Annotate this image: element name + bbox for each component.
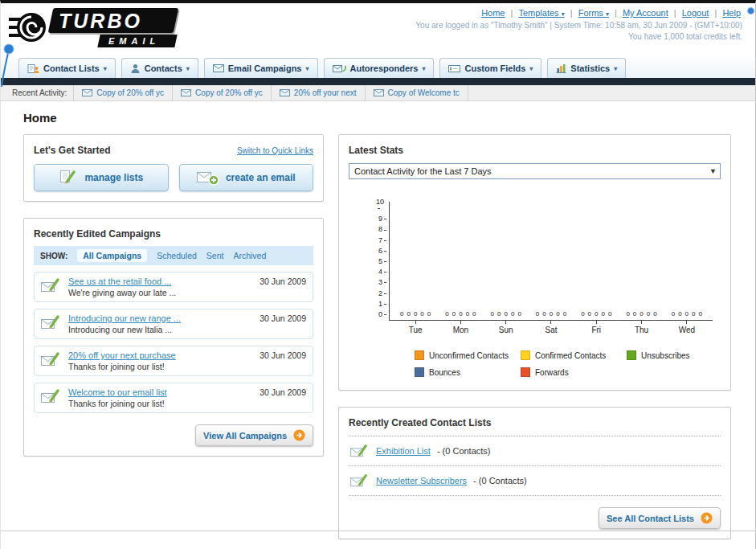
link-home[interactable]: Home <box>481 8 505 18</box>
arrow-right-circle-icon <box>701 512 713 524</box>
campaign-title-link[interactable]: See us at the retail food ... <box>68 277 176 286</box>
nav-tab-label: Statistics <box>570 64 610 73</box>
campaign-title-link[interactable]: Introducing our new range ... <box>68 313 181 323</box>
annotation-callout <box>1 42 18 90</box>
tab-scheduled[interactable]: Scheduled <box>157 251 197 260</box>
chevron-down-icon: ▾ <box>422 65 425 72</box>
tab-all-campaigns[interactable]: All Campaigns <box>77 249 147 262</box>
chart-y-tick-label: 6 <box>378 248 386 254</box>
link-help[interactable]: Help <box>722 8 741 18</box>
nav-tab-label: Custom Fields <box>464 64 525 73</box>
nav-tab-label: Autoresponders <box>350 64 419 73</box>
nav-tab-statistics[interactable]: Statistics ▾ <box>547 58 626 78</box>
chart-value-label: 0 <box>653 310 656 318</box>
campaign-row: Introducing our new range ... Introducin… <box>34 309 313 339</box>
chart-value-label: 0 <box>556 310 559 318</box>
page-title: Home <box>23 111 731 125</box>
chart-bar-group: 00000 <box>529 310 574 320</box>
chevron-down-icon: ▾ <box>305 65 309 72</box>
envelope-plus-icon <box>197 170 219 186</box>
link-my-account[interactable]: My Account <box>623 8 668 18</box>
see-all-contact-lists-button[interactable]: See All Contact Lists <box>599 507 721 529</box>
recent-activity-item[interactable]: 20% off your next <box>272 85 366 100</box>
view-all-campaigns-button[interactable]: View All Campaigns <box>195 424 313 446</box>
legend-label: Confirmed Contacts <box>535 351 606 360</box>
link-forms[interactable]: Forms ▾ <box>578 8 609 18</box>
chart-value-label: 0 <box>420 310 423 318</box>
envelope-pencil-icon <box>350 473 370 489</box>
page-bottom-rule <box>1 531 755 531</box>
campaign-row: Welcome to our email list Thanks for joi… <box>34 383 313 413</box>
campaign-row: See us at the retail food ... We're givi… <box>34 272 313 302</box>
nav-tab-custom-fields[interactable]: Custom Fields ▾ <box>439 58 541 78</box>
legend-label: Forwards <box>535 368 569 377</box>
select-arrow-icon: ▼ <box>709 167 717 175</box>
header-links: Home | Templates ▾ | Forms ▾ | My Accoun… <box>415 8 742 18</box>
contact-lists-icon <box>27 64 39 74</box>
create-email-button[interactable]: create an email <box>179 164 314 191</box>
link-forms-label: Forms <box>578 8 603 18</box>
tab-archived[interactable]: Archived <box>233 251 266 260</box>
latest-stats-title: Latest Stats <box>349 145 721 156</box>
nav-tab-label: Contact Lists <box>43 64 100 73</box>
legend-item: Bounces <box>415 367 521 377</box>
chart-value-label: 0 <box>608 310 611 318</box>
chevron-down-icon: ▾ <box>562 10 565 18</box>
contact-list-link[interactable]: Newsletter Subscribers <box>376 476 467 485</box>
chart-value-label: 0 <box>692 310 695 318</box>
chart-value-label: 0 <box>542 310 546 318</box>
campaign-title-link[interactable]: Welcome to our email list <box>68 387 167 397</box>
chart-y-tick-label: 9 <box>378 215 386 222</box>
nav-tab-email-campaigns[interactable]: Email Campaigns ▾ <box>204 58 318 78</box>
manage-lists-button[interactable]: manage lists <box>34 164 169 191</box>
logo-text-turbo: TURBO <box>59 10 142 33</box>
manage-lists-label: manage lists <box>84 172 143 183</box>
chevron-down-icon: ▾ <box>606 10 609 18</box>
contact-list-row: Newsletter Subscribers - (0 Contacts) <box>349 466 721 496</box>
tab-sent[interactable]: Sent <box>206 251 224 260</box>
link-separator: | <box>615 8 617 18</box>
campaign-row: 20% off your next purchase Thanks for jo… <box>34 346 313 376</box>
nav-tab-autoresponders[interactable]: Autoresponders ▾ <box>324 58 435 78</box>
chart-value-label: 0 <box>536 310 539 318</box>
campaigns-filter-bar: SHOW: All Campaigns Scheduled Sent Archi… <box>34 246 313 265</box>
legend-item: Unconfirmed Contacts <box>415 350 521 360</box>
legend-swatch-icon <box>521 367 530 377</box>
chart-value-label: 0 <box>626 310 629 318</box>
chart-value-label: 0 <box>459 310 462 318</box>
latest-stats-panel: Latest Stats Contact Activity for the La… <box>338 134 731 391</box>
recent-activity-item[interactable]: Copy of Welcome tc <box>366 85 468 100</box>
link-logout[interactable]: Logout <box>682 8 709 18</box>
chart-value-label: 0 <box>563 310 566 318</box>
stats-period-select[interactable]: Contact Activity for the Last 7 Days ▼ <box>349 163 721 179</box>
chart-x-tick-label: Sun <box>484 321 529 334</box>
recent-activity-item-label: Copy of 20% off yc <box>195 88 263 97</box>
chart-value-label: 0 <box>414 310 417 318</box>
link-templates[interactable]: Templates ▾ <box>518 8 564 18</box>
chart-y-tick-label: 8 <box>378 226 386 232</box>
header-right: Home | Templates ▾ | Forms ▾ | My Accoun… <box>415 8 742 41</box>
nav-tab-contacts[interactable]: Contacts ▾ <box>121 58 198 78</box>
switch-quick-links-link[interactable]: Switch to Quick Links <box>237 146 313 155</box>
recent-activity-item[interactable]: Copy of 20% off yc <box>173 85 272 100</box>
chart-bar-group: 00000 <box>574 310 619 320</box>
campaign-title-link[interactable]: 20% off your next purchase <box>68 350 176 360</box>
contact-list-meta: - (0 Contacts) <box>473 476 527 485</box>
chart-value-label: 0 <box>640 310 643 318</box>
nav-tab-label: Email Campaigns <box>228 64 302 73</box>
recent-activity-item-label: Copy of 20% off yc <box>96 88 164 97</box>
chart-y-tick-label: 10 <box>376 199 386 211</box>
nav-tab-contact-lists[interactable]: Contact Lists ▾ <box>18 58 116 78</box>
session-info: You are logged in as "Timothy Smith" | S… <box>415 21 742 30</box>
contact-list-link[interactable]: Exhibition List <box>376 446 431 456</box>
logo-text-email: EMAIL <box>108 36 160 46</box>
recent-activity-item[interactable]: Copy of 20% off yc <box>73 85 173 100</box>
chart-value-label: 0 <box>517 310 521 318</box>
envelope-pencil-icon <box>41 313 62 331</box>
chart-value-label: 0 <box>445 310 448 318</box>
stats-chart: 109876543210 000000000000000000000000000… <box>376 202 713 377</box>
contact-list-row: Exhibition List - (0 Contacts) <box>349 436 721 466</box>
contact-list-meta: - (0 Contacts) <box>437 446 491 456</box>
chart-bar-group: 00000 <box>619 310 664 320</box>
chart-value-label: 0 <box>672 310 675 318</box>
